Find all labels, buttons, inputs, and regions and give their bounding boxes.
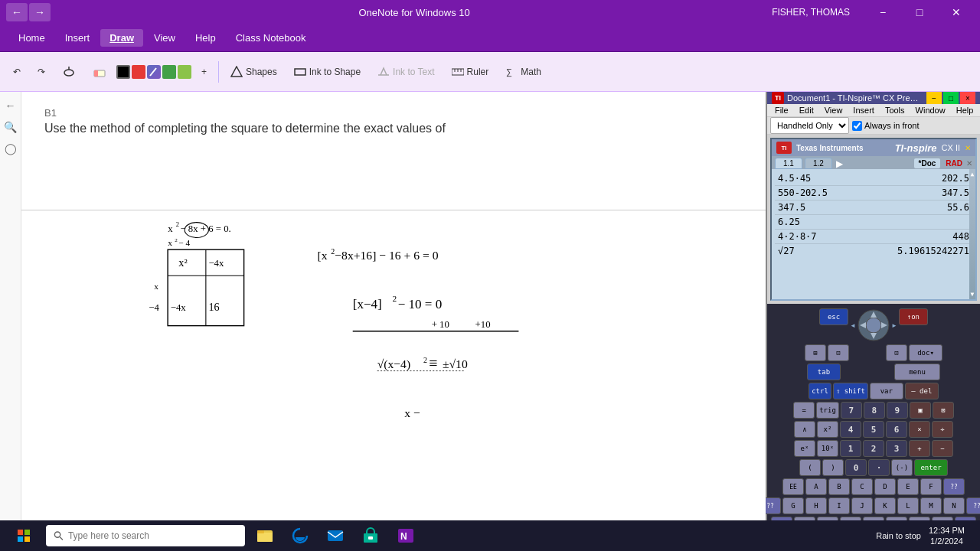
math-button[interactable]: ∑ Math (498, 58, 548, 86)
ruler-button[interactable]: Ruler (445, 58, 496, 86)
key-0[interactable]: 0 (845, 459, 867, 476)
taskbar-search-box[interactable] (46, 525, 245, 546)
ti-window-controls[interactable]: − □ × (926, 92, 975, 104)
key-graph[interactable]: ⊡ (886, 344, 907, 361)
taskbar-onenote-icon[interactable]: N (390, 522, 421, 549)
minimize-button[interactable]: − (865, 0, 900, 24)
key-multiply[interactable]: × (909, 421, 930, 438)
tab-play-icon[interactable]: ▶ (836, 158, 843, 169)
key-n[interactable]: N (943, 497, 965, 514)
ti-minimize-button[interactable]: − (926, 92, 942, 104)
key-ctrl[interactable]: ctrl (808, 383, 831, 399)
start-button[interactable] (6, 523, 41, 548)
ti-screen-close-icon[interactable]: ✕ (965, 144, 971, 152)
menu-classnotebook[interactable]: Class Notebook (227, 29, 315, 47)
ink-to-shape-button[interactable]: Ink to Shape (287, 58, 368, 86)
key-h[interactable]: H (805, 497, 827, 514)
key-j[interactable]: J (851, 497, 873, 514)
key-ee[interactable]: EE (782, 478, 804, 495)
nav-pad[interactable] (857, 308, 890, 342)
key-7[interactable]: 7 (841, 402, 862, 419)
ti-menu-help[interactable]: Help (952, 104, 978, 116)
key-equals[interactable]: = (793, 402, 815, 419)
system-clock[interactable]: 12:34 PM 1/2/2024 (926, 525, 968, 547)
key-8[interactable]: 8 (864, 402, 885, 419)
key-lparen[interactable]: ( (799, 459, 821, 476)
close-button[interactable]: ✕ (939, 0, 974, 24)
key-misc2[interactable]: ?? (943, 478, 965, 495)
menu-home[interactable]: Home (9, 29, 54, 47)
key-enter[interactable]: enter (914, 459, 948, 476)
key-divide[interactable]: ÷ (932, 421, 953, 438)
key-2[interactable]: 2 (863, 440, 884, 457)
key-tab[interactable]: tab (807, 364, 841, 380)
undo-button[interactable]: ↶ (6, 58, 28, 86)
pen-black[interactable] (116, 65, 130, 79)
ti-menu-tools[interactable]: Tools (880, 104, 910, 116)
screen-close-x[interactable]: ✕ (966, 159, 972, 168)
ti-menu-window[interactable]: Window (911, 104, 950, 116)
key-on[interactable]: ↑on (899, 308, 928, 325)
window-controls[interactable]: − □ ✕ (865, 0, 974, 24)
key-i[interactable]: I (828, 497, 850, 514)
tab-1-1[interactable]: 1.1 (775, 158, 802, 169)
menu-draw[interactable]: Draw (100, 29, 143, 47)
key-negate[interactable]: (-) (891, 459, 913, 476)
menu-insert[interactable]: Insert (56, 29, 100, 47)
ti-maximize-button[interactable]: □ (943, 92, 959, 104)
key-doc[interactable]: doc▾ (909, 344, 942, 361)
sidebar-search-icon[interactable]: 🔍 (3, 119, 18, 135)
key-k[interactable]: K (874, 497, 896, 514)
ti-menu-edit[interactable]: Edit (795, 104, 818, 116)
key-xsquare[interactable]: x² (817, 421, 838, 438)
key-misc1[interactable]: ⊠ (933, 402, 954, 419)
tab-1-2[interactable]: 1.2 (805, 158, 832, 169)
key-5[interactable]: 5 (863, 421, 884, 438)
maximize-button[interactable]: □ (902, 0, 937, 24)
calc-scrollbar[interactable]: ▲ ▼ (969, 169, 975, 299)
add-pen-button[interactable]: + (194, 58, 214, 86)
ti-menu-file[interactable]: File (770, 104, 793, 116)
key-f[interactable]: F (920, 478, 942, 495)
key-rparen[interactable]: ) (822, 459, 844, 476)
back-button[interactable]: ← (6, 3, 28, 21)
pen-lightgreen[interactable] (178, 65, 191, 79)
key-plus[interactable]: + (909, 440, 930, 457)
taskbar-store-icon[interactable] (355, 522, 386, 549)
pen-red[interactable] (132, 65, 145, 79)
search-input[interactable] (68, 530, 237, 541)
key-g[interactable]: G (782, 497, 804, 514)
device-mode-select[interactable]: Handheld Only (770, 117, 849, 134)
ti-close-button[interactable]: × (960, 92, 975, 104)
key-l[interactable]: L (897, 497, 919, 514)
ti-menu-insert[interactable]: Insert (848, 104, 879, 116)
shapes-button[interactable]: Shapes (224, 58, 284, 86)
key-1[interactable]: 1 (840, 440, 861, 457)
key-9[interactable]: 9 (887, 402, 908, 419)
redo-button[interactable]: ↷ (31, 58, 52, 86)
key-misc4[interactable]: ?? (966, 497, 980, 514)
key-frac[interactable]: ▣ (910, 402, 931, 419)
key-menu[interactable]: menu (894, 364, 940, 380)
key-e[interactable]: E (897, 478, 919, 495)
sidebar-back-icon[interactable]: ← (3, 98, 18, 113)
nav-buttons[interactable]: ← → (6, 3, 51, 21)
key-a[interactable]: A (805, 478, 827, 495)
taskbar-explorer-icon[interactable] (250, 522, 280, 549)
taskbar-edge-icon[interactable] (285, 522, 315, 549)
key-calc[interactable]: ⊡ (828, 344, 849, 361)
eraser-button[interactable] (86, 58, 113, 86)
key-4[interactable]: 4 (840, 421, 861, 438)
key-var[interactable]: var (870, 383, 903, 399)
lasso-button[interactable] (55, 58, 83, 86)
key-del[interactable]: — del (905, 383, 939, 399)
menu-view[interactable]: View (145, 29, 185, 47)
sidebar-history-icon[interactable]: ◯ (3, 141, 18, 156)
key-3[interactable]: 3 (886, 440, 907, 457)
key-esc[interactable]: esc (819, 308, 848, 325)
forward-button[interactable]: → (29, 3, 51, 21)
pen-green[interactable] (162, 65, 176, 79)
ink-to-text-button[interactable]: Ink to Text (371, 58, 441, 86)
key-d[interactable]: D (874, 478, 896, 495)
doc-name[interactable]: *Doc (914, 158, 941, 168)
